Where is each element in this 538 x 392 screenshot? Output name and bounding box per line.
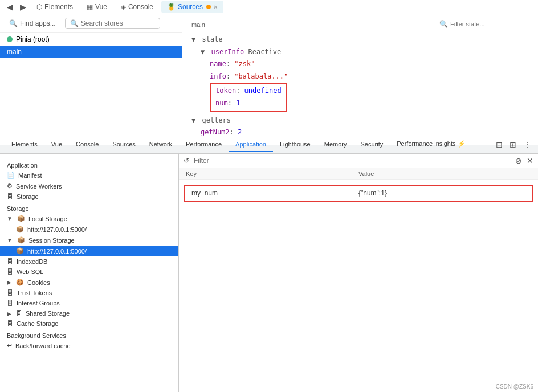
sidebar-item-session-storage[interactable]: ▼ 📦 Session Storage — [0, 235, 178, 246]
routes-icon: ◈ — [121, 3, 126, 11]
section-application: Application — [0, 158, 178, 170]
main-content-area: ↺ ⊘ ✕ Key Value my_num {"num":1} — [179, 154, 538, 392]
tab-timeline[interactable]: ▦ Vue — [81, 1, 113, 13]
filter-clear-button[interactable]: ⊘ — [515, 156, 522, 165]
store-list: Pinia (root) main — [0, 33, 182, 145]
token-row: token: undefined — [215, 85, 282, 97]
name-row: name: "zsk" — [210, 58, 529, 71]
pinia-left-toolbar: 🔍 Find apps... 🔍 — [0, 14, 182, 33]
tab-security[interactable]: Security — [353, 137, 390, 152]
sidebar-item-manifest[interactable]: 📄 Manifest — [0, 170, 178, 181]
sidebar-item-indexeddb[interactable]: 🗄 IndexedDB — [0, 256, 178, 267]
state-tree: ▼ state ▼ userInfo Reactive name: "zsk" … — [191, 34, 529, 139]
components-icon: ⬡ — [36, 3, 42, 11]
sidebar-item-cache-storage[interactable]: 🗄 Cache Storage — [0, 318, 178, 329]
table-header: Key Value — [179, 168, 538, 180]
tab-application[interactable]: Application — [229, 137, 273, 152]
tab-memory[interactable]: Memory — [317, 137, 354, 152]
tab-elements[interactable]: Elements — [5, 137, 44, 152]
state-panel: main 🔍 ▼ state ▼ userInfo Reactive name:… — [182, 14, 538, 145]
tab-sources[interactable]: Sources — [105, 137, 142, 152]
indexeddb-icon: 🗄 — [7, 258, 13, 265]
cache-storage-icon: 🗄 — [7, 320, 13, 327]
tab-lighthouse[interactable]: Lighthouse — [273, 137, 317, 152]
sidebar-item-back-forward[interactable]: ↩ Back/forward cache — [0, 340, 178, 351]
local-storage-icon: 📦 — [17, 215, 25, 222]
service-workers-icon: ⚙ — [7, 182, 13, 190]
shared-storage-icon: 🗄 — [16, 310, 22, 317]
dock-icon[interactable]: ⊟ — [494, 139, 505, 150]
cookies-icon: 🍪 — [16, 279, 24, 286]
filter-close-button[interactable]: ✕ — [527, 156, 533, 165]
trust-tokens-icon: 🗄 — [7, 289, 13, 296]
filter-state-icon: 🔍 — [439, 20, 448, 28]
interest-groups-icon: 🗄 — [7, 300, 13, 307]
app-sidebar: Application 📄 Manifest ⚙ Service Workers… — [0, 154, 179, 392]
sidebar-item-websql[interactable]: 🗄 Web SQL — [0, 267, 178, 277]
local-storage-arrow: ▼ — [7, 215, 13, 222]
session-storage-icon: 📦 — [17, 236, 25, 244]
tab-pinia[interactable]: 🍍 Sources ✕ — [161, 1, 223, 13]
watermark: CSDN @ZSK6 — [496, 383, 533, 390]
sidebar-item-shared-storage[interactable]: ▶ 🗄 Shared Storage — [0, 308, 178, 318]
store-list-panel: 🔍 Find apps... 🔍 Pinia (root) main — [0, 14, 182, 145]
userinfo-section: ▼ userInfo Reactive — [201, 46, 529, 59]
back-button[interactable]: ◀ — [5, 0, 15, 14]
refresh-button[interactable]: ↺ — [184, 157, 189, 165]
filter-state-input[interactable] — [450, 21, 529, 27]
store-item-main[interactable]: main — [0, 46, 182, 58]
table-row[interactable]: my_num {"num":1} — [184, 185, 533, 202]
tab-perf-insights[interactable]: Performance insights ⚡ — [390, 137, 472, 152]
devtools-icon-row: ⊟ ⊞ ⋮ — [494, 139, 533, 150]
search-stores-input[interactable] — [81, 19, 155, 27]
filter-input[interactable] — [194, 157, 511, 165]
pinia-toolbar: ◀ ▶ ⬡ Elements ▦ Vue ◈ Console 🍍 Sources… — [0, 0, 538, 14]
tab-console[interactable]: Console — [69, 137, 105, 152]
find-apps-icon: 🔍 — [9, 19, 18, 27]
pinia-dot — [206, 5, 211, 9]
row-value: {"num":1} — [358, 189, 525, 197]
section-storage: Storage — [0, 202, 178, 213]
sidebar-item-local-storage[interactable]: ▼ 📦 Local Storage — [0, 213, 178, 224]
sidebar-item-interest-groups[interactable]: 🗄 Interest Groups — [0, 298, 178, 308]
col-key-header: Key — [186, 170, 358, 177]
forward-button[interactable]: ▶ — [18, 0, 28, 14]
tab-performance[interactable]: Performance — [179, 137, 229, 152]
tab-network[interactable]: Network — [142, 137, 179, 152]
tab-vue[interactable]: Vue — [44, 137, 69, 152]
num-row: num: 1 — [215, 97, 282, 110]
info-row: info: "balabala..." — [210, 71, 529, 83]
state-section: ▼ state — [191, 34, 529, 46]
filter-state-bar: 🔍 — [439, 20, 529, 28]
highlight-box: token: undefined num: 1 — [210, 83, 287, 112]
ls-url-icon: 📦 — [16, 226, 24, 233]
manifest-icon: 📄 — [7, 172, 15, 179]
pinia-panel: 🔍 Find apps... 🔍 Pinia (root) main — [0, 14, 538, 145]
sidebar-item-storage-root[interactable]: 🗄 Storage — [0, 191, 178, 202]
search-stores-box[interactable]: 🔍 — [65, 18, 160, 29]
row-key: my_num — [191, 189, 358, 197]
sidebar-item-trust-tokens[interactable]: 🗄 Trust Tokens — [0, 288, 178, 298]
cookies-arrow: ▶ — [7, 279, 11, 285]
col-value-header: Value — [358, 170, 531, 177]
tab-components[interactable]: ⬡ Elements — [31, 1, 79, 13]
devtools-content: Application 📄 Manifest ⚙ Service Workers… — [0, 154, 538, 392]
store-item-root[interactable]: Pinia (root) — [0, 33, 182, 46]
sidebar-item-ls-url[interactable]: 📦 http://127.0.0.1:5000/ — [0, 224, 178, 235]
storage-root-icon: 🗄 — [7, 193, 13, 200]
section-bg-services: Background Services — [0, 329, 178, 340]
sidebar-item-service-workers[interactable]: ⚙ Service Workers — [0, 181, 178, 191]
websql-icon: 🗄 — [7, 268, 13, 275]
dock-right-icon[interactable]: ⊞ — [507, 139, 519, 150]
sidebar-item-cookies[interactable]: ▶ 🍪 Cookies — [0, 277, 178, 288]
more-icon[interactable]: ⋮ — [521, 139, 533, 150]
tab-routes[interactable]: ◈ Console — [115, 1, 159, 13]
devtools-bottom: Elements Vue Console Sources Network Per… — [0, 134, 538, 392]
back-forward-icon: ↩ — [7, 342, 12, 349]
filter-row: ↺ ⊘ ✕ — [179, 154, 538, 168]
devtools-tab-bar: Elements Vue Console Sources Network Per… — [0, 136, 538, 154]
sidebar-item-ss-url[interactable]: 📦 http://127.0.0.1:5000/ — [0, 246, 178, 256]
find-apps-button[interactable]: 🔍 Find apps... — [5, 18, 60, 29]
store-dot-root — [7, 36, 13, 42]
pinia-tab-close[interactable]: ✕ — [213, 4, 218, 10]
